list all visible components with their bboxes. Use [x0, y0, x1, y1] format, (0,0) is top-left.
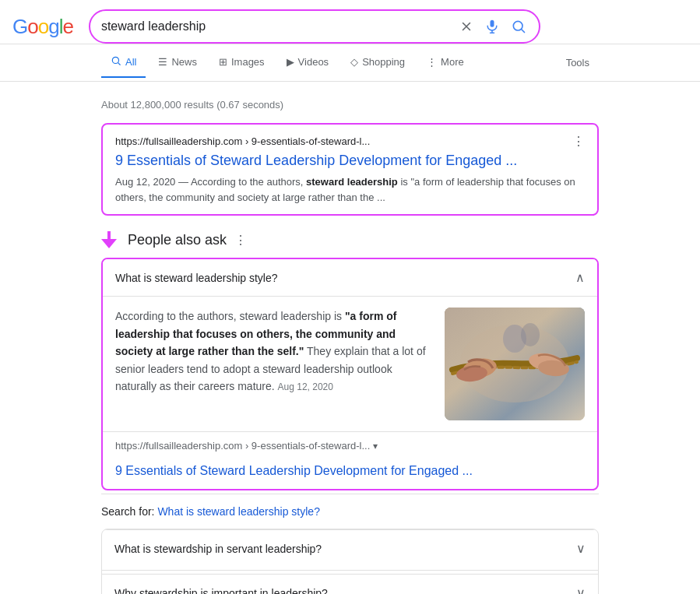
search-input[interactable]: steward leadership — [101, 19, 452, 33]
paa-source-dropdown-icon[interactable]: ▾ — [373, 441, 378, 452]
header: Google steward leadership — [0, 0, 700, 44]
svg-line-6 — [118, 63, 121, 65]
tab-images[interactable]: ⊞ Images — [209, 48, 274, 77]
videos-tab-icon: ▶ — [287, 56, 294, 68]
paa-source-url: https://fullsailleadership.com › 9-essen… — [115, 440, 370, 452]
more-tab-icon: ⋮ — [427, 56, 437, 68]
paa-collapsed-item-2[interactable]: Why stewardship is important in leadersh… — [102, 574, 598, 594]
svg-line-4 — [522, 30, 525, 33]
tab-more[interactable]: ⋮ More — [417, 48, 473, 77]
tab-news[interactable]: ☰ News — [149, 48, 206, 77]
logo-o2: o — [38, 15, 48, 39]
answer-intro: According to the authors, steward leader… — [115, 310, 345, 322]
search-for-row: Search for: What is steward leadership s… — [101, 494, 599, 529]
arrow-head — [101, 239, 117, 248]
logo-g2: g — [48, 15, 58, 39]
snippet-bold: steward leadership — [306, 176, 398, 188]
all-tab-icon — [111, 55, 121, 69]
paa-collapsed-text-1: What is stewardship in servant leadershi… — [114, 543, 322, 555]
logo-e: e — [62, 15, 72, 39]
results-count: About 12,800,000 results (0.67 seconds) — [101, 99, 599, 111]
paa-answer-text: According to the authors, steward leader… — [115, 308, 434, 420]
result-snippet: Aug 12, 2020 — According to the authors,… — [115, 174, 585, 205]
paa-collapsed-item-1[interactable]: What is stewardship in servant leadershi… — [102, 529, 598, 567]
images-tab-icon: ⊞ — [219, 56, 227, 68]
paa-arrow-indicator — [101, 231, 117, 248]
paa-expanded-card: What is steward leadership style? ∧ Acco… — [101, 258, 599, 490]
chevron-down-icon-1: ∨ — [576, 541, 586, 556]
first-result-card: https://fullsailleadership.com › 9-essen… — [101, 123, 599, 216]
paa-source-title[interactable]: 9 Essentials of Steward Leadership Devel… — [103, 459, 597, 489]
result-url-text: https://fullsailleadership.com › 9-essen… — [115, 135, 370, 147]
nav-tabs: All ☰ News ⊞ Images ▶ Videos ◇ Shopping … — [0, 47, 700, 78]
paa-header: People also ask ⋮ — [101, 231, 599, 248]
tools-tab[interactable]: Tools — [557, 49, 599, 76]
paa-question-row[interactable]: What is steward leadership style? ∧ — [103, 259, 597, 297]
result-title[interactable]: 9 Essentials of Steward Leadership Devel… — [115, 152, 585, 170]
arrow-stem — [107, 231, 111, 239]
svg-rect-0 — [490, 20, 494, 27]
paa-title: People also ask — [128, 232, 227, 248]
svg-point-14 — [521, 323, 540, 346]
search-button[interactable] — [509, 17, 528, 36]
paa-collapsed-text-2: Why stewardship is important in leadersh… — [114, 587, 328, 594]
close-icon — [459, 19, 473, 33]
news-tab-icon: ☰ — [158, 56, 167, 68]
microphone-icon — [484, 19, 500, 34]
collapsed-divider — [102, 570, 598, 571]
paa-question-text: What is steward leadership style? — [115, 272, 278, 284]
chevron-down-icon-2: ∨ — [576, 585, 586, 594]
tab-all[interactable]: All — [101, 47, 146, 78]
chevron-up-icon: ∧ — [575, 270, 585, 285]
result-more-button[interactable]: ⋮ — [572, 134, 585, 149]
paa-answer-image — [445, 308, 585, 420]
voice-search-button[interactable] — [483, 17, 501, 36]
people-also-ask-section: People also ask ⋮ What is steward leader… — [101, 231, 599, 594]
logo-g: G — [12, 15, 27, 39]
tab-videos[interactable]: ▶ Videos — [277, 48, 339, 77]
main-content: About 12,800,000 results (0.67 seconds) … — [0, 85, 700, 594]
tab-shopping[interactable]: ◇ Shopping — [341, 48, 414, 77]
search-icon — [511, 19, 526, 34]
snippet-dash: — According to the authors, — [178, 176, 306, 188]
search-for-link[interactable]: What is steward leadership style? — [157, 505, 320, 518]
clear-button[interactable] — [458, 18, 475, 35]
shopping-tab-icon: ◇ — [350, 56, 358, 68]
result-url-row: https://fullsailleadership.com › 9-essen… — [115, 134, 585, 149]
paa-more-button[interactable]: ⋮ — [234, 233, 247, 248]
paa-answer: According to the authors, steward leader… — [103, 297, 597, 431]
paa-collapsed-list: What is stewardship in servant leadershi… — [101, 529, 599, 594]
paa-source-link-row: https://fullsailleadership.com › 9-essen… — [103, 431, 597, 459]
search-bar: steward leadership — [89, 9, 540, 44]
paa-answer-content: According to the authors, steward leader… — [115, 308, 585, 420]
search-for-label: Search for: — [101, 505, 154, 518]
answer-date: Aug 12, 2020 — [278, 381, 333, 392]
google-logo: Google — [12, 15, 73, 39]
logo-o1: o — [27, 15, 37, 39]
search-bar-icons — [458, 17, 528, 36]
snippet-date: Aug 12, 2020 — [115, 176, 175, 188]
nav-divider — [0, 81, 700, 82]
